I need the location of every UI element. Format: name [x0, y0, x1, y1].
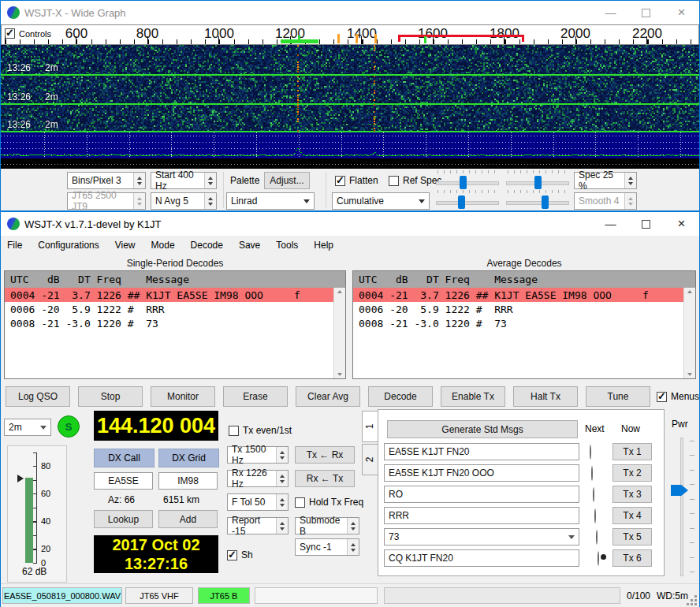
- decode-row[interactable]: 0004 -21 3.7 1226 ## K1JT EA5SE IM98 OOO…: [5, 288, 345, 302]
- tune-button[interactable]: Tune: [586, 386, 650, 407]
- tx3-now-button[interactable]: Tx 3: [612, 486, 652, 503]
- lookup-button[interactable]: Lookup: [94, 510, 153, 528]
- maximize-button[interactable]: [628, 1, 664, 24]
- maximize-button[interactable]: [628, 212, 664, 236]
- spinner-arrows[interactable]: [204, 173, 216, 188]
- waterfall[interactable]: 13:26 2m 13:26 2m 13:26 2m: [1, 45, 699, 132]
- tx-even-toggle[interactable]: Tx even/1st: [229, 425, 292, 436]
- tx6-message-field[interactable]: CQ K1JT FN20: [384, 549, 579, 567]
- gain-slider-1[interactable]: [436, 173, 499, 191]
- menu-view[interactable]: View: [115, 240, 136, 251]
- tx4-next-radio[interactable]: [594, 508, 596, 523]
- tx2-now-button[interactable]: Tx 2: [612, 464, 652, 482]
- slider-handle[interactable]: [542, 196, 549, 209]
- hold-tx-checkbox[interactable]: [295, 497, 305, 508]
- tx5-message-combo[interactable]: 73: [384, 528, 579, 546]
- enable-tx-button[interactable]: Enable Tx: [441, 386, 505, 407]
- menu-help[interactable]: Help: [314, 240, 333, 251]
- decode-row[interactable]: 0006 -20 5.9 1222 # RRR: [353, 302, 695, 316]
- n-avg-spinner[interactable]: N Avg 5: [151, 192, 217, 210]
- slider-handle[interactable]: [534, 176, 542, 189]
- dx-call-field[interactable]: EA5SE: [94, 472, 153, 490]
- tx1-now-button[interactable]: Tx 1: [612, 443, 652, 460]
- tx6-now-button[interactable]: Tx 6: [612, 549, 652, 567]
- tx3-message-field[interactable]: RO: [384, 486, 579, 503]
- decode-row[interactable]: 0008 -21 -3.0 1220 # 73: [353, 316, 695, 330]
- sh-toggle[interactable]: Sh: [227, 549, 253, 560]
- scroll-down-icon[interactable]: [337, 373, 342, 376]
- spinner-arrows[interactable]: [276, 471, 288, 486]
- decode-row[interactable]: 0004 -21 3.7 1226 ## K1JT EA5SE IM98 OOO…: [353, 288, 695, 302]
- ref-spec-toggle[interactable]: Ref Spec: [389, 175, 441, 186]
- tx4-message-field[interactable]: RRR: [384, 507, 579, 524]
- sync-spinner[interactable]: Sync -1: [295, 538, 359, 556]
- clear-avg-button[interactable]: Clear Avg: [296, 386, 360, 407]
- menus-checkbox[interactable]: [657, 392, 667, 402]
- gain-slider-2[interactable]: [506, 173, 569, 191]
- tx1-next-radio[interactable]: [590, 445, 591, 460]
- tab-2[interactable]: 2: [362, 444, 378, 475]
- decode-row[interactable]: 0006 -20 5.9 1222 # RRR: [5, 302, 345, 316]
- spec-spinner[interactable]: Spec 25 %: [574, 172, 637, 189]
- palette-adjust-button[interactable]: Adjust...: [264, 172, 310, 189]
- report-spinner[interactable]: Report -15: [227, 517, 289, 534]
- spinner-arrows[interactable]: [347, 539, 359, 555]
- tx2-next-radio[interactable]: [591, 466, 593, 481]
- tx5-now-button[interactable]: Tx 5: [612, 528, 652, 546]
- minimize-button[interactable]: —: [593, 212, 628, 236]
- scroll-up-icon[interactable]: [337, 290, 342, 293]
- stop-button[interactable]: Stop: [78, 386, 143, 407]
- spinner-arrows[interactable]: [347, 518, 359, 534]
- tx5-next-radio[interactable]: [596, 530, 598, 545]
- tx4-now-button[interactable]: Tx 4: [612, 507, 652, 524]
- pwr-handle[interactable]: [671, 485, 688, 496]
- tx3-next-radio[interactable]: [593, 487, 594, 502]
- generate-std-msgs-button[interactable]: Generate Std Msgs: [387, 420, 578, 438]
- rx-freq-spinner[interactable]: Rx 1226 Hz: [227, 470, 289, 487]
- menu-decode[interactable]: Decode: [191, 240, 223, 251]
- cumulative-select[interactable]: Cumulative: [332, 192, 430, 210]
- tx-even-checkbox[interactable]: [229, 426, 239, 436]
- menus-toggle[interactable]: Menus: [657, 391, 699, 402]
- menu-tools[interactable]: Tools: [276, 240, 298, 251]
- resize-grip[interactable]: [694, 603, 697, 605]
- dx-grid-field[interactable]: IM98: [158, 472, 218, 490]
- band-select[interactable]: 2m: [4, 419, 51, 436]
- menu-save[interactable]: Save: [239, 240, 260, 251]
- flatten-toggle[interactable]: Flatten: [335, 175, 378, 186]
- menu-mode[interactable]: Mode: [151, 240, 175, 251]
- tx-freq-spinner[interactable]: Tx 1500 Hz: [227, 446, 289, 464]
- palette-select[interactable]: Linrad: [226, 192, 315, 210]
- close-button[interactable]: ×: [664, 1, 699, 24]
- sh-checkbox[interactable]: [227, 550, 237, 560]
- submode-spinner[interactable]: Submode B: [295, 517, 359, 534]
- decode-row[interactable]: 0008 -21 -3.0 1220 # 73: [5, 316, 345, 330]
- tx6-next-radio[interactable]: [598, 551, 599, 566]
- ref-spec-checkbox[interactable]: [389, 176, 399, 186]
- tx2-message-field[interactable]: EA5SE K1JT FN20 OOO: [384, 464, 579, 482]
- zero-slider-1[interactable]: [436, 193, 499, 210]
- spinner-arrows[interactable]: [133, 173, 145, 188]
- flatten-checkbox[interactable]: [335, 176, 345, 186]
- decode-button[interactable]: Decode: [368, 386, 433, 407]
- tab-1[interactable]: 1: [362, 411, 378, 442]
- minimize-button[interactable]: —: [593, 1, 628, 24]
- menu-configurations[interactable]: Configurations: [38, 240, 99, 251]
- menu-file[interactable]: File: [7, 240, 22, 251]
- waterfall-canvas[interactable]: [1, 45, 699, 132]
- f-tol-spinner[interactable]: F Tol 50: [227, 493, 289, 511]
- start-hz-spinner[interactable]: Start 400 Hz: [151, 172, 217, 189]
- spinner-arrows[interactable]: [276, 518, 288, 534]
- zero-slider-2[interactable]: [506, 193, 569, 210]
- scrollbar[interactable]: [333, 288, 345, 378]
- erase-button[interactable]: Erase: [223, 386, 288, 407]
- tx-from-rx-button[interactable]: Tx ← Rx: [295, 446, 355, 464]
- spinner-arrows[interactable]: [204, 193, 216, 209]
- pwr-slider[interactable]: [669, 438, 696, 576]
- spinner-arrows[interactable]: [276, 447, 288, 463]
- hold-tx-toggle[interactable]: Hold Tx Freq: [295, 497, 363, 508]
- log-qso-button[interactable]: Log QSO: [6, 386, 70, 407]
- close-button[interactable]: ×: [664, 212, 699, 236]
- rx-from-tx-button[interactable]: Rx ← Tx: [295, 470, 355, 487]
- halt-tx-button[interactable]: Halt Tx: [513, 386, 578, 407]
